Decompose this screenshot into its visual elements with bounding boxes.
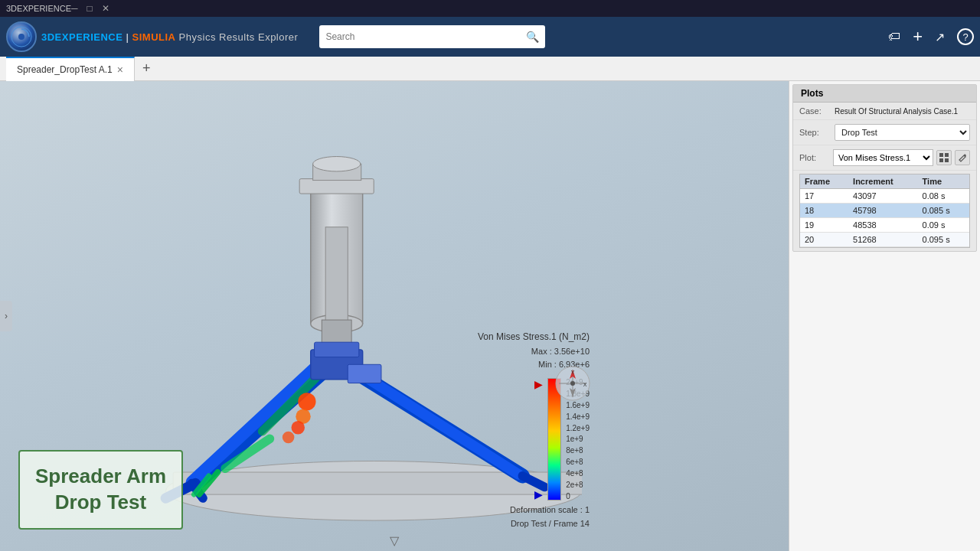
plot-grid-icon[interactable] [936, 150, 952, 165]
deformation-scale: Deformation scale : 1 [478, 505, 590, 514]
cell-time: 0.08 s [918, 189, 969, 204]
case-value: Result Of Structural Analysis Case.1 [835, 107, 970, 116]
add-tab-button[interactable]: + [135, 60, 158, 77]
step-row: Step: Drop Test [793, 120, 976, 145]
titlebar-title: 3DEXPERIENCE [6, 4, 71, 13]
plots-panel: Plots Case: Result Of Structural Analysi… [792, 84, 977, 252]
svg-rect-27 [348, 364, 381, 383]
svg-text:X: X [583, 382, 587, 387]
cell-time: 0.095 s [918, 233, 969, 247]
legend-title: Von Mises Stress.1 (N_m2) [478, 331, 590, 342]
minimize-button[interactable]: ─ [71, 3, 78, 14]
close-button[interactable]: ✕ [102, 3, 109, 14]
step-label: Step: [799, 128, 830, 137]
main-content: › [0, 81, 980, 551]
bottom-nav-arrow[interactable]: ▽ [390, 533, 399, 548]
frame-info: Drop Test / Frame 14 [478, 519, 590, 528]
search-icon[interactable]: 🔍 [526, 31, 539, 43]
plot-edit-icon[interactable] [955, 150, 970, 165]
cell-increment: 43097 [848, 189, 917, 204]
table-row[interactable]: 19485380.09 s [800, 218, 969, 233]
tabbar: Spreader_DropTest A.1 × + [0, 57, 980, 81]
plot-row: Plot: Von Mises Stress.1 [793, 145, 976, 171]
share-icon[interactable]: ↗ [935, 30, 945, 44]
tab-close-icon[interactable]: × [117, 64, 123, 75]
cell-time: 0.09 s [918, 218, 969, 233]
svg-text:Y: Y [571, 370, 575, 375]
svg-rect-7 [325, 227, 348, 324]
maximize-button[interactable]: □ [87, 3, 93, 14]
help-icon[interactable]: ? [957, 28, 974, 45]
main-tab[interactable]: Spreader_DropTest A.1 × [6, 57, 135, 81]
svg-rect-38 [939, 153, 943, 157]
tab-label: Spreader_DropTest A.1 [17, 64, 113, 75]
svg-point-1 [18, 34, 24, 40]
navbar: 3DEXPERIENCE | SIMULIA Physics Results E… [0, 17, 980, 57]
cell-frame: 20 [800, 233, 848, 247]
right-panel: Plots Case: Result Of Structural Analysi… [789, 81, 980, 551]
table-row[interactable]: 18457980.085 s [800, 204, 969, 218]
cell-frame: 17 [800, 189, 848, 204]
svg-point-11 [313, 157, 361, 171]
svg-rect-41 [945, 158, 949, 162]
svg-rect-40 [939, 158, 943, 162]
col-frame: Frame [800, 174, 848, 189]
cell-increment: 48538 [848, 218, 917, 233]
app-logo[interactable] [6, 21, 37, 52]
logo-area: 3DEXPERIENCE | SIMULIA Physics Results E… [6, 21, 298, 52]
svg-rect-26 [315, 342, 359, 357]
search-input[interactable] [325, 31, 521, 42]
color-legend: Von Mises Stress.1 (N_m2) Max : 3.56e+10… [478, 331, 590, 528]
label-line2: Drop Test [35, 490, 166, 516]
cell-increment: 45798 [848, 204, 917, 218]
plots-header: Plots [793, 85, 976, 103]
titlebar: 3DEXPERIENCE ─ □ ✕ [0, 0, 980, 17]
svg-point-18 [298, 393, 315, 410]
search-bar[interactable]: 🔍 [319, 25, 545, 48]
col-time: Time [918, 174, 969, 189]
svg-point-35 [570, 381, 575, 386]
cell-increment: 51268 [848, 233, 917, 247]
svg-rect-39 [945, 153, 949, 157]
label-line1: Spreader Arm [35, 464, 166, 490]
svg-point-20 [292, 421, 305, 434]
tag-icon[interactable]: 🏷 [888, 30, 900, 44]
3d-viewport[interactable]: Spreader Arm Drop Test Von Mises Stress.… [0, 81, 789, 551]
svg-rect-9 [299, 179, 374, 194]
svg-point-21 [283, 432, 295, 444]
cell-frame: 18 [800, 204, 848, 218]
compass[interactable]: Y X [554, 365, 591, 402]
case-label: Case: [799, 106, 830, 116]
table-row[interactable]: 17430970.08 s [800, 189, 969, 204]
plot-select[interactable]: Von Mises Stress.1 [833, 149, 933, 166]
label-box: Spreader Arm Drop Test [18, 450, 183, 530]
brand-text: 3DEXPERIENCE | SIMULIA Physics Results E… [41, 31, 298, 43]
cell-frame: 19 [800, 218, 848, 233]
step-select[interactable]: Drop Test [835, 124, 970, 141]
sidebar-toggle[interactable]: › [0, 301, 12, 331]
plot-label: Plot: [799, 153, 830, 162]
table-row[interactable]: 20512680.095 s [800, 233, 969, 247]
nav-icons: 🏷 + ↗ ? [888, 27, 974, 47]
add-button[interactable]: + [913, 27, 923, 47]
case-row: Case: Result Of Structural Analysis Case… [793, 103, 976, 120]
cell-time: 0.085 s [918, 204, 969, 218]
col-increment: Increment [848, 174, 917, 189]
fit-table-container[interactable]: Frame Increment Time 17430970.08 s184579… [799, 174, 970, 248]
fit-table: Frame Increment Time 17430970.08 s184579… [800, 174, 969, 247]
